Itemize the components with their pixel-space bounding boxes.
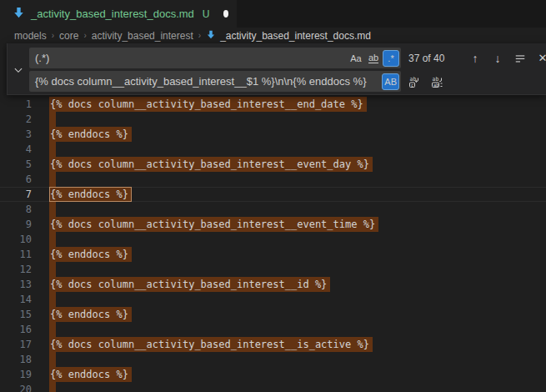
editor-line[interactable]: 19{% enddocs %}: [0, 367, 546, 382]
editor-line[interactable]: 6: [0, 172, 546, 187]
search-match-highlight-empty: [49, 112, 56, 127]
editor-line[interactable]: 16: [0, 322, 546, 337]
search-match-highlight: {% enddocs %}: [49, 127, 132, 142]
preserve-case-toggle[interactable]: AB: [382, 73, 399, 90]
line-content: [49, 232, 56, 247]
replace-input[interactable]: {% docs column__activity_based_interest_…: [29, 71, 401, 92]
whole-word-toggle[interactable]: ab: [365, 50, 382, 67]
line-number[interactable]: 15: [0, 307, 32, 322]
line-number[interactable]: 8: [0, 202, 32, 217]
search-match-highlight: {% enddocs %}: [49, 307, 132, 322]
line-number[interactable]: 20: [0, 382, 32, 392]
line-number[interactable]: 1: [0, 97, 32, 112]
find-query-text: (.*): [29, 52, 347, 64]
line-content: [49, 292, 56, 307]
editor-line[interactable]: 4: [0, 142, 546, 157]
search-match-highlight-empty: [49, 262, 56, 277]
search-match-highlight: {% enddocs %}: [49, 187, 132, 202]
replace-button[interactable]: ab c: [405, 73, 423, 91]
line-content: [49, 172, 56, 187]
line-number[interactable]: 11: [0, 247, 32, 262]
svg-text:ab: ab: [433, 82, 439, 87]
line-number[interactable]: 10: [0, 232, 32, 247]
editor-line[interactable]: 7{% enddocs %}: [0, 187, 546, 202]
line-number[interactable]: 18: [0, 352, 32, 367]
replace-all-icon: ab ab: [430, 75, 443, 88]
replace-row: {% docs column__activity_based_interest_…: [29, 71, 446, 92]
regex-toggle[interactable]: .*: [383, 50, 399, 67]
replace-all-button[interactable]: ab ab: [428, 73, 446, 91]
editor-line[interactable]: 8: [0, 202, 546, 217]
line-number[interactable]: 5: [0, 157, 32, 172]
find-widget: (.*) Aa ab .* 37 of 40 ↑ ↓ ✕ {% docs col…: [7, 43, 546, 95]
find-in-selection-button[interactable]: [511, 49, 529, 68]
arrow-up-icon: ↑: [473, 53, 478, 64]
editor-line[interactable]: 9{% docs column__activity_based_interest…: [0, 217, 546, 232]
breadcrumb-item-core[interactable]: core: [59, 30, 78, 42]
breadcrumb-item-models[interactable]: models: [14, 30, 47, 42]
line-number[interactable]: 9: [0, 217, 32, 232]
tab-active-file[interactable]: _activity_based_interest_docs.md U: [0, 0, 237, 28]
editor-line[interactable]: 13{% docs column__activity_based_interes…: [0, 277, 546, 292]
line-content: {% docs column__activity_based_interest_…: [49, 157, 373, 172]
editor-line[interactable]: 14: [0, 292, 546, 307]
breadcrumb-item-activity-based-interest[interactable]: activity_based_interest: [92, 30, 193, 42]
find-input[interactable]: (.*) Aa ab .*: [29, 48, 401, 68]
line-number[interactable]: 6: [0, 172, 32, 187]
find-row: (.*) Aa ab .* 37 of 40 ↑ ↓ ✕: [29, 48, 546, 68]
editor-line[interactable]: 20: [0, 382, 546, 392]
editor-line[interactable]: 11{% enddocs %}: [0, 247, 546, 262]
markdown-file-icon: [13, 7, 25, 22]
svg-text:c: c: [411, 82, 413, 87]
line-content: {% enddocs %}: [49, 307, 132, 322]
editor-line[interactable]: 18: [0, 352, 546, 367]
search-match-highlight: {% docs column__activity_based_interest_…: [49, 337, 373, 352]
line-number[interactable]: 4: [0, 142, 32, 157]
match-case-toggle[interactable]: Aa: [348, 50, 364, 67]
line-number[interactable]: 13: [0, 277, 32, 292]
editor-line[interactable]: 10: [0, 232, 546, 247]
search-match-highlight-empty: [49, 202, 56, 217]
search-match-highlight: {% enddocs %}: [49, 367, 132, 382]
line-content: [49, 322, 56, 337]
line-number[interactable]: 16: [0, 322, 32, 337]
editor-line[interactable]: 1{% docs column__activity_based_interest…: [0, 97, 546, 112]
close-find-button[interactable]: ✕: [533, 49, 546, 68]
editor-line[interactable]: 2: [0, 112, 546, 127]
search-match-highlight: {% docs column__activity_based_interest_…: [49, 97, 367, 112]
search-match-highlight: {% docs column__activity_based_interest_…: [49, 157, 373, 172]
toggle-replace-chevron-icon[interactable]: [12, 63, 25, 77]
match-count: 37 of 40: [408, 53, 462, 64]
markdown-file-icon: [206, 30, 216, 42]
editor[interactable]: 1{% docs column__activity_based_interest…: [0, 43, 546, 392]
breadcrumb: models › core › activity_based_interest …: [0, 28, 546, 43]
editor-line[interactable]: 3{% enddocs %}: [0, 127, 546, 142]
editor-line[interactable]: 15{% enddocs %}: [0, 307, 546, 322]
editor-line[interactable]: 17{% docs column__activity_based_interes…: [0, 337, 546, 352]
next-match-button[interactable]: ↓: [488, 49, 507, 68]
editor-line[interactable]: 5{% docs column__activity_based_interest…: [0, 157, 546, 172]
line-content: {% docs column__activity_based_interest_…: [49, 337, 373, 352]
line-number[interactable]: 17: [0, 337, 32, 352]
editor-line[interactable]: 12: [0, 262, 546, 277]
vscode-window: { "tab": { "filename": "_activity_based_…: [0, 0, 546, 392]
line-number[interactable]: 12: [0, 262, 32, 277]
close-icon: ✕: [538, 53, 546, 63]
line-number[interactable]: 14: [0, 292, 32, 307]
line-number[interactable]: 2: [0, 112, 32, 127]
line-content: {% docs column__activity_based_interest_…: [49, 277, 330, 292]
selection-lines-icon: [514, 53, 526, 64]
line-number[interactable]: 19: [0, 367, 32, 382]
line-content: [49, 202, 56, 217]
breadcrumb-item-file[interactable]: _activity_based_interest_docs.md: [206, 30, 371, 42]
search-match-highlight: {% docs column__activity_based_interest_…: [49, 277, 330, 292]
line-content: {% docs column__activity_based_interest_…: [49, 217, 378, 232]
git-status-badge: U: [203, 8, 210, 20]
modified-dot-icon[interactable]: [223, 10, 228, 18]
replace-value-text: {% docs column__activity_based_interest_…: [29, 75, 381, 88]
line-number[interactable]: 3: [0, 127, 32, 142]
editor-lines: 1{% docs column__activity_based_interest…: [0, 43, 546, 392]
previous-match-button[interactable]: ↑: [466, 49, 484, 68]
search-match-highlight-empty: [49, 322, 56, 337]
line-number[interactable]: 7: [0, 187, 32, 202]
